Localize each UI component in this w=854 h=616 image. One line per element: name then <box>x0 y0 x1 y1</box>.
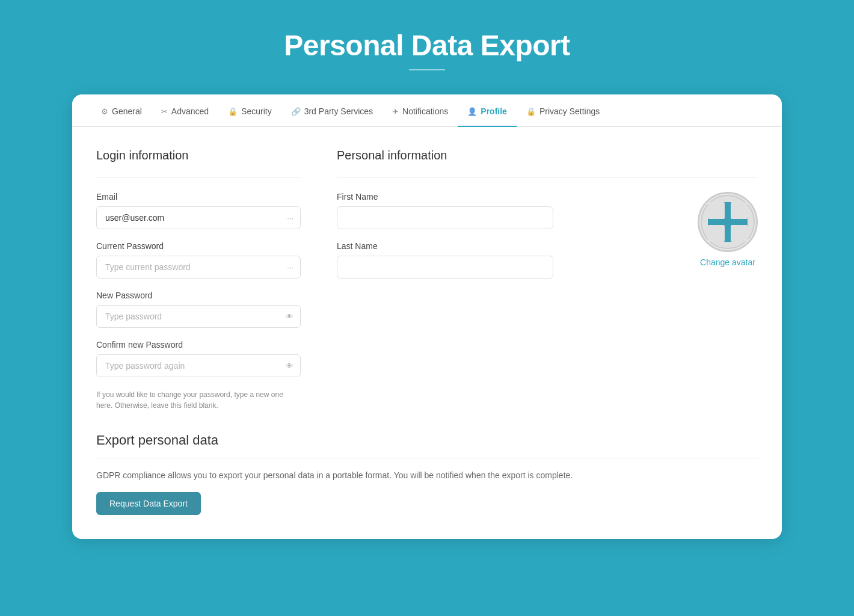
current-password-group: Current Password ··· <box>96 241 301 279</box>
avatar-svg <box>701 195 755 249</box>
page-title-divider <box>409 69 445 70</box>
login-section-title: Login information <box>96 149 301 162</box>
user-icon: 👤 <box>467 107 477 116</box>
personal-divider <box>337 177 758 177</box>
tab-advanced[interactable]: ✂ Advanced <box>152 94 218 127</box>
email-label: Email <box>96 192 301 202</box>
lock-icon: 🔒 <box>228 107 238 116</box>
login-divider <box>96 177 301 177</box>
content-area: Login information Email ··· Current Pass… <box>72 127 782 411</box>
tab-notifications[interactable]: ✈ Notifications <box>382 94 458 127</box>
confirm-password-input-wrapper: 👁 <box>96 354 301 377</box>
export-title: Export personal data <box>96 433 758 448</box>
tab-profile[interactable]: 👤 Profile <box>458 94 517 127</box>
current-password-label: Current Password <box>96 241 301 251</box>
gear-icon: ⚙ <box>101 107 108 116</box>
first-name-group: First Name <box>337 192 686 229</box>
email-input-wrapper: ··· <box>96 206 301 229</box>
new-password-input-wrapper: 👁 <box>96 305 301 328</box>
avatar <box>698 192 758 252</box>
scissors-icon: ✂ <box>161 107 168 116</box>
export-divider <box>96 458 758 458</box>
send-icon: ✈ <box>392 107 399 116</box>
personal-section-title: Personal information <box>337 149 758 162</box>
tab-3rd-party[interactable]: 🔗 3rd Party Services <box>281 94 382 127</box>
main-card: ⚙ General ✂ Advanced 🔒 Security 🔗 3rd Pa… <box>72 94 782 539</box>
confirm-password-eye-icon[interactable]: 👁 <box>286 362 293 371</box>
request-data-export-button[interactable]: Request Data Export <box>96 492 201 515</box>
password-hint: If you would like to change your passwor… <box>96 389 301 411</box>
new-password-input[interactable] <box>96 305 301 328</box>
avatar-area: Change avatar <box>698 192 758 268</box>
tab-security[interactable]: 🔒 Security <box>218 94 281 127</box>
page-header: Personal Data Export <box>0 0 854 94</box>
current-password-input[interactable] <box>96 256 301 279</box>
first-name-input-wrapper <box>337 206 686 229</box>
last-name-label: Last Name <box>337 241 686 251</box>
svg-rect-3 <box>708 202 725 219</box>
email-dots-icon: ··· <box>287 214 293 223</box>
export-description: GDPR compliance allows you to export you… <box>96 470 758 480</box>
confirm-password-input[interactable] <box>96 354 301 377</box>
new-password-label: New Password <box>96 291 301 300</box>
first-name-label: First Name <box>337 192 686 202</box>
first-name-input[interactable] <box>337 206 553 229</box>
confirm-password-group: Confirm new Password 👁 <box>96 340 301 377</box>
new-password-eye-icon[interactable]: 👁 <box>286 312 293 321</box>
privacy-lock-icon: 🔒 <box>526 107 536 116</box>
page-title: Personal Data Export <box>0 29 854 62</box>
personal-section: Personal information <box>337 149 758 411</box>
last-name-group: Last Name <box>337 241 686 279</box>
confirm-password-label: Confirm new Password <box>96 340 301 350</box>
export-section: Export personal data GDPR compliance all… <box>72 433 782 515</box>
svg-rect-5 <box>708 225 725 242</box>
current-password-input-wrapper: ··· <box>96 256 301 279</box>
personal-info-area: First Name Last Name <box>337 192 686 291</box>
svg-rect-4 <box>731 202 748 219</box>
new-password-group: New Password 👁 <box>96 291 301 328</box>
tab-general[interactable]: ⚙ General <box>91 94 152 127</box>
email-group: Email ··· <box>96 192 301 229</box>
login-section: Login information Email ··· Current Pass… <box>96 149 301 411</box>
tabs-bar: ⚙ General ✂ Advanced 🔒 Security 🔗 3rd Pa… <box>72 94 782 127</box>
current-password-dots-icon: ··· <box>287 263 293 272</box>
svg-rect-6 <box>731 225 748 242</box>
last-name-input[interactable] <box>337 256 553 279</box>
change-avatar-button[interactable]: Change avatar <box>700 257 755 267</box>
link-icon: 🔗 <box>291 107 301 116</box>
email-input[interactable] <box>96 206 301 229</box>
tab-privacy-settings[interactable]: 🔒 Privacy Settings <box>517 94 609 127</box>
last-name-input-wrapper <box>337 256 686 279</box>
